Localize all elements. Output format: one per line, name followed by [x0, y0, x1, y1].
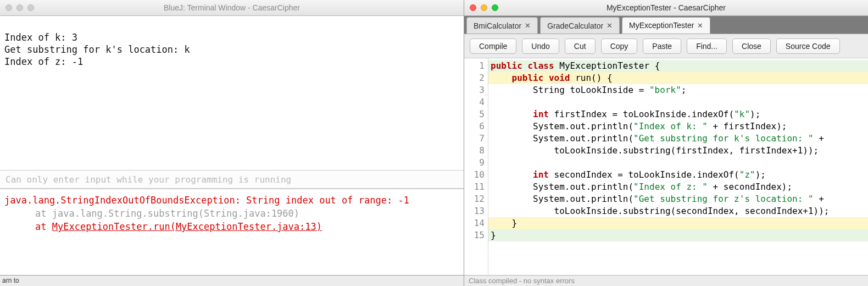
line-number: 6 — [464, 120, 485, 133]
line-number: 13 — [464, 205, 485, 217]
line-number: 15 — [464, 229, 485, 241]
line-number: 3 — [464, 84, 485, 96]
sourcecode-button[interactable]: Source Code — [776, 38, 840, 54]
tab-gradecalculator[interactable]: GradeCalculator ✕ — [540, 17, 620, 34]
terminal-title: BlueJ: Terminal Window - CaesarCipher — [0, 3, 464, 12]
code-line[interactable]: public void run() { — [488, 72, 868, 84]
line-number: 7 — [464, 133, 485, 145]
terminal-titlebar: BlueJ: Terminal Window - CaesarCipher — [0, 0, 464, 16]
line-gutter: 1 2 3 4 5 6 7 8 9 10 11 12 13 14 15 — [464, 58, 488, 275]
code-line[interactable]: toLookInside.substring(secondIndex, seco… — [488, 205, 868, 217]
terminal-line: Index of z: -1 — [4, 56, 83, 67]
terminal-input-placeholder: Can only enter input while your programm… — [5, 174, 291, 185]
zoom-icon[interactable] — [492, 4, 498, 11]
terminal-window: BlueJ: Terminal Window - CaesarCipher In… — [0, 0, 464, 286]
terminal-line: Get substring for k's location: k — [4, 44, 190, 55]
stack-prefix: at — [4, 221, 52, 232]
code-line[interactable]: String toLookInside = "bork"; — [488, 84, 868, 96]
editor-window: MyExceptionTester - CaesarCipher BmiCalc… — [464, 0, 868, 286]
stack-frame-link[interactable]: MyExceptionTester.run(MyExceptionTester.… — [52, 221, 322, 232]
paste-button[interactable]: Paste — [643, 38, 681, 54]
editor-traffic-lights — [470, 4, 498, 11]
tab-myexceptiontester[interactable]: MyExceptionTester ✕ — [622, 17, 710, 34]
close-icon[interactable] — [5, 4, 12, 11]
terminal-input-strip[interactable]: Can only enter input while your programm… — [0, 170, 464, 189]
terminal-line: Index of k: 3 — [4, 32, 77, 43]
line-number: 5 — [464, 108, 485, 120]
line-number: 14 — [464, 217, 485, 229]
close-tab-icon[interactable]: ✕ — [697, 21, 703, 30]
close-tab-icon[interactable]: ✕ — [525, 21, 531, 30]
line-number: 8 — [464, 145, 485, 157]
code-line[interactable]: System.out.println("Index of k: " + firs… — [488, 120, 868, 133]
code-line[interactable]: toLookInside.substring(firstIndex, first… — [488, 145, 868, 157]
editor-title: MyExceptionTester - CaesarCipher — [464, 3, 868, 12]
code-line[interactable]: int firstIndex = toLookInside.indexOf("k… — [488, 108, 868, 120]
line-number: 10 — [464, 169, 485, 181]
copy-button[interactable]: Copy — [601, 38, 638, 54]
zoom-icon[interactable] — [27, 4, 34, 11]
find-button[interactable]: Find... — [687, 38, 727, 54]
code-line[interactable]: } — [488, 217, 868, 229]
code-area[interactable]: 1 2 3 4 5 6 7 8 9 10 11 12 13 14 15 publ… — [464, 58, 868, 275]
stack-prefix: at — [4, 208, 52, 219]
terminal-footer-strip: arn to — [0, 275, 464, 286]
editor-toolbar: Compile Undo Cut Copy Paste Find... Clos… — [464, 34, 868, 58]
code-line[interactable] — [488, 96, 868, 108]
stack-frame: at java.lang.String.substring(String.jav… — [4, 207, 459, 220]
code-line[interactable] — [488, 157, 868, 169]
cut-button[interactable]: Cut — [565, 38, 596, 54]
line-number: 4 — [464, 96, 485, 108]
code-line[interactable]: System.out.println("Index of z: " + seco… — [488, 181, 868, 193]
code-line[interactable]: } — [488, 229, 868, 241]
tab-label: BmiCalculator — [474, 21, 521, 30]
code-line[interactable]: System.out.println("Get substring for k'… — [488, 133, 868, 145]
minimize-icon[interactable] — [481, 4, 487, 11]
terminal-error-pane: java.lang.StringIndexOutOfBoundsExceptio… — [0, 189, 464, 275]
compile-button[interactable]: Compile — [470, 38, 516, 54]
code-line[interactable]: public class MyExceptionTester { — [488, 60, 868, 72]
exception-message: java.lang.StringIndexOutOfBoundsExceptio… — [4, 194, 459, 207]
line-number: 2 — [464, 72, 485, 84]
close-icon[interactable] — [470, 4, 476, 11]
terminal-traffic-lights — [5, 4, 34, 11]
tab-bmicalculator[interactable]: BmiCalculator ✕ — [466, 17, 538, 34]
minimize-icon[interactable] — [16, 4, 23, 11]
stack-frame-text: java.lang.String.substring(String.java:1… — [52, 208, 299, 219]
editor-titlebar: MyExceptionTester - CaesarCipher — [464, 0, 868, 16]
code-line[interactable]: int secondIndex = toLookInside.indexOf("… — [488, 169, 868, 181]
editor-status-bar: Class compiled - no syntax errors — [464, 275, 868, 286]
stack-frame: at MyExceptionTester.run(MyExceptionTest… — [4, 220, 459, 233]
code-editor[interactable]: public class MyExceptionTester { public … — [488, 58, 868, 275]
code-line[interactable]: System.out.println("Get substring for z'… — [488, 193, 868, 205]
close-tab-icon[interactable]: ✕ — [607, 21, 613, 30]
line-number: 9 — [464, 157, 485, 169]
line-number: 1 — [464, 60, 485, 72]
line-number: 12 — [464, 193, 485, 205]
tab-label: GradeCalculator — [547, 21, 603, 30]
editor-tabstrip: BmiCalculator ✕ GradeCalculator ✕ MyExce… — [464, 16, 868, 34]
terminal-output: Index of k: 3 Get substring for k's loca… — [0, 16, 464, 170]
undo-button[interactable]: Undo — [522, 38, 559, 54]
line-number: 11 — [464, 181, 485, 193]
close-button[interactable]: Close — [732, 38, 771, 54]
tab-label: MyExceptionTester — [629, 21, 694, 30]
